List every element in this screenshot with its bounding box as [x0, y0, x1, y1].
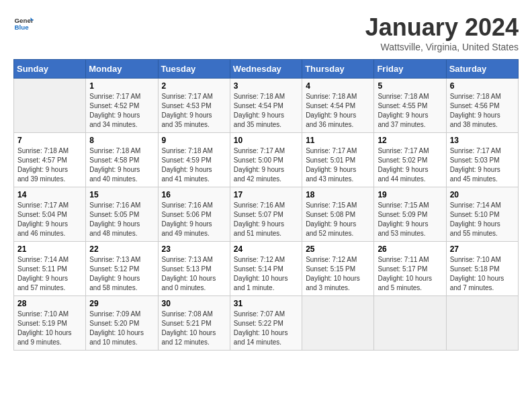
day-number: 24: [234, 244, 298, 254]
day-number: 27: [450, 244, 515, 254]
calendar-week-row: 28Sunrise: 7:10 AM Sunset: 5:19 PM Dayli…: [14, 296, 519, 351]
calendar-subtitle: Wattsville, Virginia, United States: [365, 42, 519, 52]
day-info: Sunrise: 7:17 AM Sunset: 4:52 PM Dayligh…: [89, 92, 154, 130]
day-info: Sunrise: 7:17 AM Sunset: 5:02 PM Dayligh…: [378, 146, 442, 184]
day-info: Sunrise: 7:18 AM Sunset: 4:59 PM Dayligh…: [162, 146, 226, 184]
day-number: 13: [450, 136, 515, 145]
calendar-cell: 9Sunrise: 7:18 AM Sunset: 4:59 PM Daylig…: [158, 133, 230, 187]
logo: General Blue: [13, 13, 34, 34]
day-info: Sunrise: 7:16 AM Sunset: 5:05 PM Dayligh…: [89, 201, 154, 238]
day-info: Sunrise: 7:11 AM Sunset: 5:17 PM Dayligh…: [378, 255, 442, 293]
day-info: Sunrise: 7:12 AM Sunset: 5:14 PM Dayligh…: [234, 255, 298, 293]
day-info: Sunrise: 7:17 AM Sunset: 4:53 PM Dayligh…: [162, 92, 226, 130]
day-header-wednesday: Wednesday: [230, 60, 302, 79]
day-info: Sunrise: 7:17 AM Sunset: 5:01 PM Dayligh…: [306, 146, 370, 184]
day-number: 12: [378, 136, 442, 145]
day-number: 19: [378, 190, 442, 199]
day-number: 28: [17, 299, 82, 308]
calendar-cell: 24Sunrise: 7:12 AM Sunset: 5:14 PM Dayli…: [230, 242, 302, 296]
calendar-cell: [14, 79, 86, 133]
day-info: Sunrise: 7:18 AM Sunset: 4:56 PM Dayligh…: [450, 92, 515, 130]
day-header-friday: Friday: [374, 60, 446, 79]
day-info: Sunrise: 7:10 AM Sunset: 5:19 PM Dayligh…: [17, 310, 82, 347]
svg-text:Blue: Blue: [15, 24, 30, 31]
day-info: Sunrise: 7:13 AM Sunset: 5:13 PM Dayligh…: [162, 255, 226, 293]
calendar-cell: [374, 296, 446, 351]
calendar-cell: 16Sunrise: 7:16 AM Sunset: 5:06 PM Dayli…: [158, 187, 230, 242]
calendar-cell: 22Sunrise: 7:13 AM Sunset: 5:12 PM Dayli…: [86, 242, 158, 296]
calendar-cell: 5Sunrise: 7:18 AM Sunset: 4:55 PM Daylig…: [374, 79, 446, 133]
day-info: Sunrise: 7:18 AM Sunset: 4:54 PM Dayligh…: [234, 92, 298, 130]
calendar-cell: 2Sunrise: 7:17 AM Sunset: 4:53 PM Daylig…: [158, 79, 230, 133]
day-number: 20: [450, 190, 515, 199]
calendar-week-row: 1Sunrise: 7:17 AM Sunset: 4:52 PM Daylig…: [14, 79, 519, 133]
day-number: 17: [234, 190, 298, 199]
calendar-cell: [446, 296, 518, 351]
calendar-cell: 29Sunrise: 7:09 AM Sunset: 5:20 PM Dayli…: [86, 296, 158, 351]
day-header-monday: Monday: [86, 60, 158, 79]
day-info: Sunrise: 7:13 AM Sunset: 5:12 PM Dayligh…: [89, 255, 154, 293]
calendar-cell: 19Sunrise: 7:15 AM Sunset: 5:09 PM Dayli…: [374, 187, 446, 242]
day-info: Sunrise: 7:09 AM Sunset: 5:20 PM Dayligh…: [89, 310, 154, 347]
day-number: 21: [17, 244, 82, 254]
day-number: 3: [234, 81, 298, 91]
calendar-cell: 27Sunrise: 7:10 AM Sunset: 5:18 PM Dayli…: [446, 242, 518, 296]
calendar-week-row: 14Sunrise: 7:17 AM Sunset: 5:04 PM Dayli…: [14, 187, 519, 242]
calendar-cell: 3Sunrise: 7:18 AM Sunset: 4:54 PM Daylig…: [230, 79, 302, 133]
page-header: General Blue January 2024 Wattsville, Vi…: [13, 13, 519, 52]
calendar-cell: 15Sunrise: 7:16 AM Sunset: 5:05 PM Dayli…: [86, 187, 158, 242]
day-number: 16: [162, 190, 226, 199]
calendar-cell: 30Sunrise: 7:08 AM Sunset: 5:21 PM Dayli…: [158, 296, 230, 351]
day-number: 5: [378, 81, 442, 91]
calendar-cell: 14Sunrise: 7:17 AM Sunset: 5:04 PM Dayli…: [14, 187, 86, 242]
day-number: 7: [17, 136, 82, 145]
calendar-cell: 1Sunrise: 7:17 AM Sunset: 4:52 PM Daylig…: [86, 79, 158, 133]
day-number: 29: [89, 299, 154, 308]
calendar-week-row: 21Sunrise: 7:14 AM Sunset: 5:11 PM Dayli…: [14, 242, 519, 296]
day-info: Sunrise: 7:15 AM Sunset: 5:08 PM Dayligh…: [306, 201, 370, 238]
day-number: 1: [89, 81, 154, 91]
day-number: 15: [89, 190, 154, 199]
day-info: Sunrise: 7:16 AM Sunset: 5:06 PM Dayligh…: [162, 201, 226, 238]
day-number: 14: [17, 190, 82, 199]
calendar-cell: 4Sunrise: 7:18 AM Sunset: 4:54 PM Daylig…: [302, 79, 374, 133]
day-info: Sunrise: 7:14 AM Sunset: 5:11 PM Dayligh…: [17, 255, 82, 293]
day-number: 11: [306, 136, 370, 145]
day-number: 8: [89, 136, 154, 145]
calendar-cell: 25Sunrise: 7:12 AM Sunset: 5:15 PM Dayli…: [302, 242, 374, 296]
day-header-tuesday: Tuesday: [158, 60, 230, 79]
calendar-cell: 21Sunrise: 7:14 AM Sunset: 5:11 PM Dayli…: [14, 242, 86, 296]
calendar-cell: 18Sunrise: 7:15 AM Sunset: 5:08 PM Dayli…: [302, 187, 374, 242]
logo-icon: General Blue: [13, 13, 34, 34]
calendar-cell: 10Sunrise: 7:17 AM Sunset: 5:00 PM Dayli…: [230, 133, 302, 187]
day-number: 2: [162, 81, 226, 91]
calendar-cell: 6Sunrise: 7:18 AM Sunset: 4:56 PM Daylig…: [446, 79, 518, 133]
day-info: Sunrise: 7:08 AM Sunset: 5:21 PM Dayligh…: [162, 310, 226, 347]
calendar-cell: 28Sunrise: 7:10 AM Sunset: 5:19 PM Dayli…: [14, 296, 86, 351]
day-number: 22: [89, 244, 154, 254]
day-number: 18: [306, 190, 370, 199]
day-number: 10: [234, 136, 298, 145]
calendar-header-row: SundayMondayTuesdayWednesdayThursdayFrid…: [14, 60, 519, 79]
day-info: Sunrise: 7:17 AM Sunset: 5:03 PM Dayligh…: [450, 146, 515, 184]
day-header-thursday: Thursday: [302, 60, 374, 79]
title-area: January 2024 Wattsville, Virginia, Unite…: [365, 13, 519, 52]
calendar-cell: 12Sunrise: 7:17 AM Sunset: 5:02 PM Dayli…: [374, 133, 446, 187]
calendar-cell: 20Sunrise: 7:14 AM Sunset: 5:10 PM Dayli…: [446, 187, 518, 242]
day-number: 23: [162, 244, 226, 254]
calendar-week-row: 7Sunrise: 7:18 AM Sunset: 4:57 PM Daylig…: [14, 133, 519, 187]
day-info: Sunrise: 7:18 AM Sunset: 4:54 PM Dayligh…: [306, 92, 370, 130]
day-info: Sunrise: 7:17 AM Sunset: 5:04 PM Dayligh…: [17, 201, 82, 238]
day-header-sunday: Sunday: [14, 60, 86, 79]
day-info: Sunrise: 7:17 AM Sunset: 5:00 PM Dayligh…: [234, 146, 298, 184]
day-info: Sunrise: 7:18 AM Sunset: 4:55 PM Dayligh…: [378, 92, 442, 130]
day-info: Sunrise: 7:14 AM Sunset: 5:10 PM Dayligh…: [450, 201, 515, 238]
calendar-cell: 8Sunrise: 7:18 AM Sunset: 4:58 PM Daylig…: [86, 133, 158, 187]
day-info: Sunrise: 7:07 AM Sunset: 5:22 PM Dayligh…: [234, 310, 298, 347]
day-number: 26: [378, 244, 442, 254]
day-number: 25: [306, 244, 370, 254]
calendar-cell: [302, 296, 374, 351]
day-info: Sunrise: 7:12 AM Sunset: 5:15 PM Dayligh…: [306, 255, 370, 293]
day-info: Sunrise: 7:15 AM Sunset: 5:09 PM Dayligh…: [378, 201, 442, 238]
calendar-title: January 2024: [365, 13, 519, 42]
